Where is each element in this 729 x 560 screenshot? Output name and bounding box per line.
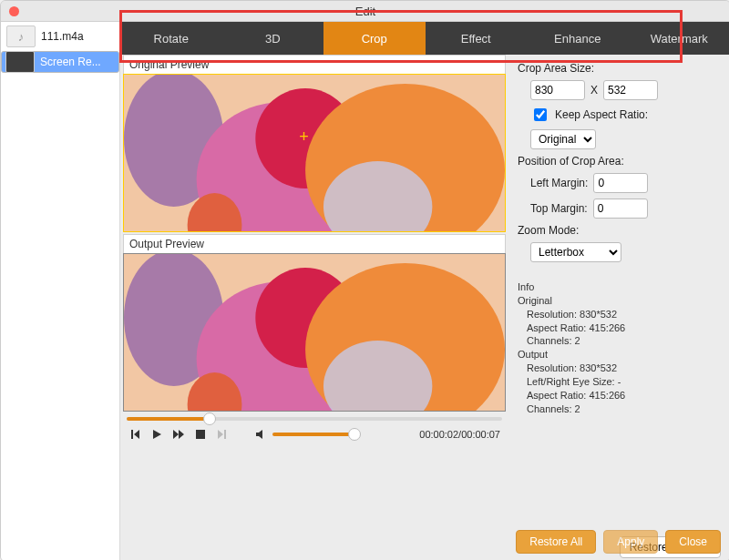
- progress-fill: [127, 417, 210, 421]
- next-button: [216, 428, 229, 441]
- output-preview-label: Output Preview: [123, 234, 506, 253]
- crop-height-input[interactable]: [603, 80, 658, 100]
- output-preview: [123, 253, 506, 412]
- tab-watermark[interactable]: Watermark: [629, 22, 730, 55]
- edit-tabs: Rotate 3D Crop Effect Enhance Watermark: [120, 22, 729, 55]
- crop-width-input[interactable]: [530, 80, 585, 100]
- main-area: Rotate 3D Crop Effect Enhance Watermark …: [120, 22, 729, 560]
- tab-3d[interactable]: 3D: [222, 22, 324, 55]
- crop-position-label: Position of Crop Area:: [518, 155, 721, 168]
- keep-aspect-label: Keep Aspect Ratio:: [555, 108, 648, 121]
- playback-time: 00:00:02/00:00:07: [419, 429, 500, 440]
- window-title: Edit: [1, 5, 729, 18]
- keep-aspect-checkbox[interactable]: [534, 108, 547, 121]
- tab-crop[interactable]: Crop: [323, 22, 426, 55]
- stop-button[interactable]: [194, 428, 207, 441]
- crop-settings-panel: Crop Area Size: X Keep Aspect Ratio: Ori…: [508, 55, 729, 560]
- sidebar-item-audio[interactable]: ♪ 111.m4a: [1, 22, 119, 51]
- left-margin-row: Left Margin:: [530, 173, 721, 193]
- restore-all-button[interactable]: Restore All: [516, 530, 596, 554]
- close-window-icon[interactable]: [9, 6, 19, 16]
- left-margin-input[interactable]: [593, 173, 648, 193]
- apply-button[interactable]: Apply: [603, 530, 658, 554]
- aspect-ratio-row: Original: [530, 129, 721, 149]
- original-preview-label: Original Preview: [123, 55, 506, 74]
- svg-rect-14: [196, 430, 205, 439]
- edit-window: Edit ♪ 111.m4a Screen Re... Rotate 3D Cr…: [0, 0, 729, 560]
- zoom-mode-select[interactable]: Letterbox: [530, 242, 621, 262]
- footer-buttons: Restore All Apply Close: [516, 530, 721, 554]
- music-note-icon: ♪: [6, 25, 36, 47]
- tab-enhance[interactable]: Enhance: [527, 22, 629, 55]
- titlebar: Edit: [1, 1, 729, 22]
- tab-effect[interactable]: Effect: [426, 22, 528, 55]
- progress-knob-icon[interactable]: [203, 412, 216, 425]
- fast-forward-button[interactable]: [172, 428, 185, 441]
- keep-ratio-row: Keep Aspect Ratio:: [530, 106, 721, 124]
- preview-column: Original Preview + Outpu: [120, 55, 508, 560]
- video-thumb-icon: [5, 51, 35, 73]
- play-button[interactable]: [150, 428, 163, 441]
- info-block: Info Original Resolution: 830*532 Aspect…: [518, 280, 721, 415]
- crop-size-row: X: [530, 80, 721, 100]
- preview-art-icon: [124, 254, 505, 411]
- preview-art-icon: [124, 75, 505, 231]
- left-margin-label: Left Margin:: [530, 177, 588, 189]
- zoom-mode-label: Zoom Mode:: [518, 224, 721, 237]
- progress-bar[interactable]: [127, 417, 502, 421]
- sidebar-item-video[interactable]: Screen Re...: [1, 51, 119, 73]
- top-margin-input[interactable]: [593, 199, 648, 219]
- playback-controls: 00:00:02/00:00:07: [123, 426, 506, 446]
- window-body: ♪ 111.m4a Screen Re... Rotate 3D Crop Ef…: [1, 22, 729, 560]
- crop-size-label: Crop Area Size:: [518, 62, 721, 75]
- volume-slider[interactable]: [272, 433, 354, 436]
- original-preview[interactable]: +: [123, 74, 506, 232]
- content-area: Original Preview + Outpu: [120, 55, 729, 560]
- progress-bar-row: [123, 412, 506, 426]
- zoom-mode-row: Letterbox: [530, 242, 721, 262]
- top-margin-row: Top Margin:: [530, 199, 721, 219]
- x-separator: X: [590, 84, 598, 97]
- close-button[interactable]: Close: [665, 530, 721, 554]
- top-margin-label: Top Margin:: [530, 202, 588, 215]
- volume-control: [254, 428, 354, 441]
- volume-knob-icon[interactable]: [348, 428, 361, 441]
- volume-icon[interactable]: [254, 428, 267, 441]
- tab-rotate[interactable]: Rotate: [120, 22, 222, 55]
- prev-button[interactable]: [128, 428, 141, 441]
- aspect-ratio-select[interactable]: Original: [530, 129, 596, 149]
- media-sidebar: ♪ 111.m4a Screen Re...: [1, 22, 120, 560]
- sidebar-item-label: 111.m4a: [41, 30, 84, 43]
- sidebar-item-label: Screen Re...: [40, 56, 101, 68]
